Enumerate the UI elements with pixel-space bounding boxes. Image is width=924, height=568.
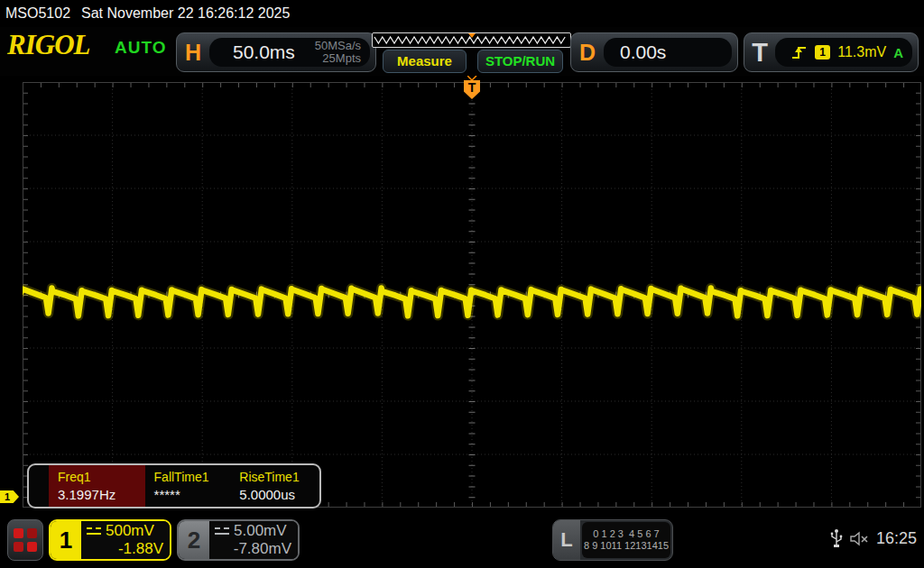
trigger-level-value: 11.3mV [837, 44, 886, 60]
channel2-values: 5.00mV -7.80mV [209, 521, 298, 559]
delay-panel[interactable]: D 0.00s [570, 32, 738, 72]
measurement-risetime1[interactable]: RiseTime1 5.0000us [230, 465, 319, 507]
timebase-value: 50.0ms [233, 41, 295, 63]
clock-text: 16:25 [876, 529, 917, 548]
measurement-results-box: Freq1 3.1997Hz FallTime1 ***** RiseTime1… [27, 463, 321, 508]
bottom-bar: 1 500mV -1.88V 2 5.00mV -7.80mV L 0 1 2 … [0, 512, 924, 568]
datetime-text: Sat November 22 16:26:12 2025 [81, 5, 290, 21]
channel1-offset-marker[interactable]: 1 [0, 490, 19, 503]
logic-label: L [553, 520, 580, 560]
channel2-badge[interactable]: 2 5.00mV -7.80mV [177, 519, 300, 561]
trigger-inset: 1 11.3mV A [775, 38, 912, 67]
trigger-label: T [744, 38, 775, 68]
channel1-number: 1 [51, 521, 81, 559]
overview-trigger-position-icon [468, 33, 476, 38]
titlebar: MSO5102Sat November 22 16:26:12 2025 [0, 0, 924, 27]
trigger-source-badge: 1 [815, 45, 830, 60]
graticule-and-waveform [23, 82, 921, 508]
rigol-logo: RIGOL [7, 29, 89, 61]
trigger-panel[interactable]: T 1 11.3mV A [744, 32, 919, 72]
sample-rate-text: 50MSa/s 25Mpts [315, 40, 361, 64]
trigger-sweep-badge: A [893, 45, 903, 60]
speaker-muted-icon [850, 531, 869, 546]
delay-value: 0.00s [620, 41, 666, 63]
channel1-badge[interactable]: 1 500mV -1.88V [49, 519, 171, 561]
menu-grid-icon [14, 528, 23, 538]
measurement-freq1[interactable]: Freq1 3.1997Hz [49, 465, 145, 507]
menu-grid-icon [27, 542, 37, 552]
dc-coupling-icon [215, 527, 229, 535]
menu-button[interactable] [7, 519, 43, 561]
header-bar: RIGOL AUTO H 50.0ms 50MSa/s 25Mpts Measu… [0, 27, 924, 76]
usb-icon [830, 528, 843, 548]
acquisition-mode-badge: AUTO [115, 38, 166, 58]
model-name: MSO5102 [5, 5, 70, 21]
rising-edge-icon [790, 44, 808, 60]
delay-label: D [571, 40, 604, 66]
delay-inset: 0.00s [604, 38, 732, 67]
horizontal-inset: 50.0ms 50MSa/s 25Mpts [209, 38, 370, 67]
stop-run-button[interactable]: STOP/RUN [477, 50, 563, 73]
measurement-falltime1[interactable]: FallTime1 ***** [145, 465, 231, 507]
horizontal-label: H [177, 40, 209, 66]
horizontal-panel[interactable]: H 50.0ms 50MSa/s 25Mpts [176, 32, 376, 72]
dc-coupling-icon [87, 527, 101, 535]
logic-channels-pod[interactable]: L 0 1 2 3 4 5 6 7 8 9 1011 12131415 [552, 519, 673, 561]
channel1-values: 500mV -1.88V [81, 521, 170, 559]
oscilloscope-screen: MSO5102Sat November 22 16:26:12 2025 RIG… [0, 0, 924, 568]
logic-channel-numbers: 0 1 2 3 4 5 6 7 8 9 1011 12131415 [582, 522, 670, 558]
menu-grid-icon [14, 542, 23, 552]
menu-grid-icon [27, 528, 37, 538]
channel2-number: 2 [179, 521, 209, 559]
waveform-overview-strip[interactable] [372, 32, 571, 48]
status-icons: 16:25 [830, 528, 917, 548]
measure-button[interactable]: Measure [383, 50, 467, 73]
